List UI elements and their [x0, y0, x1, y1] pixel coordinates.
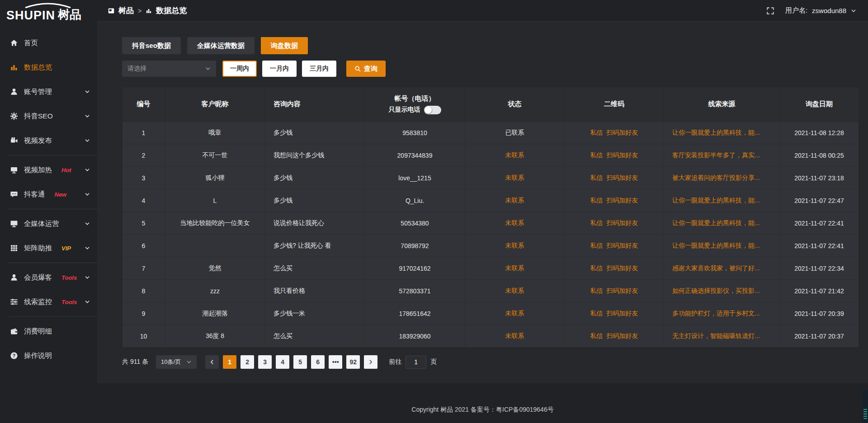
sidebar-item-label: 抖音SEO	[24, 112, 53, 121]
private-message-link[interactable]: 私信	[590, 242, 603, 250]
chevron-down-icon	[85, 192, 90, 197]
goto-page-input[interactable]	[406, 356, 426, 369]
username[interactable]: zswodun88	[812, 7, 846, 14]
sidebar-item-9[interactable]: 会员爆客Tools	[0, 265, 97, 290]
cell-source[interactable]: 让你一眼就爱上的黑科技，能...	[664, 189, 780, 212]
sidebar-item-3[interactable]: 抖音SEO	[0, 104, 97, 128]
scan-code-add-friend-link[interactable]: 扫码加好友	[607, 151, 638, 160]
cell-source[interactable]: 多功能护栏灯，适用于乡村文...	[664, 302, 780, 325]
cell-qr-links: 私信扫码加好友	[565, 257, 664, 280]
total-count: 共 911 条	[122, 358, 148, 366]
cell-source[interactable]: 让你一眼就爱上的黑科技，能...	[664, 235, 780, 257]
private-message-link[interactable]: 私信	[590, 310, 603, 318]
private-message-link[interactable]: 私信	[590, 264, 603, 273]
page-button-6[interactable]: 6	[311, 355, 325, 369]
sidebar-item-11[interactable]: 消费明细	[0, 319, 97, 343]
sidebar-item-0[interactable]: 首页	[0, 31, 97, 55]
scan-code-add-friend-link[interactable]: 扫码加好友	[607, 310, 638, 318]
content: 抖音seo数据全媒体运营数据询盘数据 请选择 一周内一月内三月内 查询 编号客户…	[97, 22, 868, 383]
period-button-2[interactable]: 三月内	[302, 61, 336, 77]
scan-code-add-friend-link[interactable]: 扫码加好友	[607, 197, 638, 205]
private-message-link[interactable]: 私信	[590, 174, 603, 182]
tab-2[interactable]: 询盘数据	[261, 37, 308, 54]
page-button-3[interactable]: 3	[258, 355, 272, 369]
page-button-5[interactable]: 5	[293, 355, 307, 369]
scan-code-add-friend-link[interactable]: 扫码加好友	[607, 219, 638, 227]
page-buttons: 123456•••92	[223, 355, 360, 369]
grid-icon	[10, 244, 18, 252]
cell-source[interactable]: 让你一眼就爱上的黑科技，能...	[664, 122, 780, 144]
private-message-link[interactable]: 私信	[590, 197, 603, 205]
private-message-link[interactable]: 私信	[590, 219, 603, 227]
cell-qr-links: 私信扫码加好友	[565, 189, 664, 212]
filter-select-placeholder: 请选择	[127, 65, 146, 73]
page-button-1[interactable]: 1	[223, 355, 236, 369]
cell-date: 2021-11-07 21:42	[780, 280, 859, 302]
cell-content: 多少钱? 让我死心 看	[265, 235, 365, 257]
cell-source[interactable]: 被大家追着问的客厅投影分享...	[664, 167, 780, 189]
cell-source[interactable]: 无主灯设计，智能磁吸轨道灯...	[664, 325, 780, 348]
sidebar-item-label: 矩阵助推	[24, 244, 52, 253]
page-button-4[interactable]: 4	[276, 355, 289, 369]
cell-status: 已联系	[465, 122, 565, 144]
period-button-0[interactable]: 一周内	[222, 61, 257, 77]
cell-account: 178651642	[365, 302, 465, 325]
cell-source[interactable]: 如何正确选择投影仪，买投影...	[664, 280, 780, 302]
sidebar-item-4[interactable]: 视频发布	[0, 128, 97, 153]
cell-status: 未联系	[465, 257, 565, 280]
sidebar-item-10[interactable]: 线索监控Tools	[0, 290, 97, 314]
sidebar-item-6[interactable]: 抖客通New	[0, 182, 97, 207]
tab-1[interactable]: 全媒体运营数据	[187, 37, 255, 54]
app-root: SHUPIN 树品 首页数据总览账号管理抖音SEO视频发布视频加热Hot抖客通N…	[0, 0, 868, 423]
page-button-92[interactable]: 92	[346, 355, 360, 369]
sidebar-item-8[interactable]: 矩阵助推VIP	[0, 236, 97, 260]
chevron-left-icon	[209, 359, 215, 365]
scan-code-add-friend-link[interactable]: 扫码加好友	[607, 242, 638, 250]
page-button-•••[interactable]: •••	[329, 355, 342, 369]
chevron-down-icon	[85, 221, 90, 226]
tab-0[interactable]: 抖音seo数据	[122, 37, 181, 54]
sidebar-item-2[interactable]: 账号管理	[0, 80, 97, 104]
scan-code-add-friend-link[interactable]: 扫码加好友	[607, 174, 638, 182]
cell-id: 8	[123, 280, 165, 302]
column-header-7: 询盘日期	[780, 87, 859, 122]
period-button-1[interactable]: 一月内	[262, 61, 297, 77]
scan-code-add-friend-link[interactable]: 扫码加好友	[607, 129, 638, 137]
private-message-link[interactable]: 私信	[590, 151, 603, 160]
sidebar-item-5[interactable]: 视频加热Hot	[0, 158, 97, 182]
sidebar-item-1[interactable]: 数据总览	[0, 55, 97, 80]
next-page-button[interactable]	[364, 355, 377, 369]
phone-header-title: 帐号（电话）	[395, 94, 435, 103]
phone-only-toggle[interactable]	[424, 106, 441, 114]
search-button[interactable]: 查询	[346, 61, 386, 77]
fullscreen-icon[interactable]	[766, 7, 774, 15]
cell-id: 7	[123, 257, 165, 280]
breadcrumb-home[interactable]: 树品	[118, 5, 134, 16]
scan-code-add-friend-link[interactable]: 扫码加好友	[607, 332, 638, 340]
cell-content: 多少钱	[265, 167, 365, 189]
cell-source[interactable]: 客厅安装投影半年多了，真实...	[664, 144, 780, 167]
scan-code-add-friend-link[interactable]: 扫码加好友	[607, 287, 638, 295]
cell-source[interactable]: 让你一眼就爱上的黑科技，能...	[664, 212, 780, 235]
private-message-link[interactable]: 私信	[590, 129, 603, 137]
prev-page-button[interactable]	[205, 355, 219, 369]
cell-status: 未联系	[465, 189, 565, 212]
cell-nickname	[165, 235, 265, 257]
filter-select[interactable]: 请选择	[122, 61, 216, 77]
cell-status: 未联系	[465, 167, 565, 189]
page-button-2[interactable]: 2	[241, 355, 254, 369]
sidebar-item-label: 会员爆客	[24, 273, 52, 282]
private-message-link[interactable]: 私信	[590, 287, 603, 295]
page-size-select[interactable]: 10条/页	[156, 355, 197, 369]
scan-code-add-friend-link[interactable]: 扫码加好友	[607, 264, 638, 273]
cell-date: 2021-11-07 23:18	[780, 167, 859, 189]
sidebar-item-12[interactable]: ?操作说明	[0, 343, 97, 368]
sidebar-item-7[interactable]: 全媒体运营	[0, 212, 97, 236]
sidebar-item-label: 消费明细	[24, 327, 52, 336]
chevron-down-icon[interactable]	[851, 8, 856, 14]
svg-text:?: ?	[13, 353, 15, 358]
cell-qr-links: 私信扫码加好友	[565, 122, 664, 144]
cell-source[interactable]: 感谢大家喜欢我家，被问了好...	[664, 257, 780, 280]
private-message-link[interactable]: 私信	[590, 332, 603, 340]
person-icon	[10, 273, 18, 282]
